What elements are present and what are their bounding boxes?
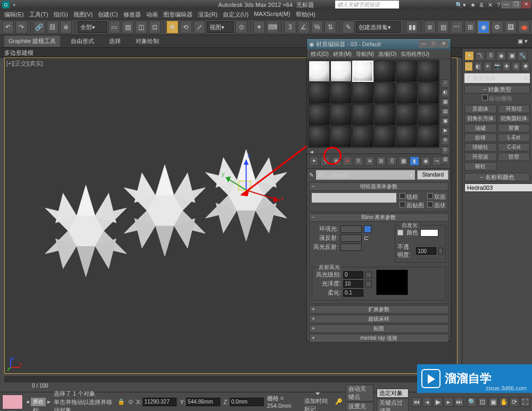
restore-button[interactable]: ❐ xyxy=(511,1,521,9)
material-slot-12[interactable] xyxy=(418,82,439,104)
material-id-button[interactable]: 0 xyxy=(387,156,397,166)
menu-modifiers[interactable]: 修改器 xyxy=(121,10,143,19)
make-preview-button[interactable]: ▶ xyxy=(441,127,450,136)
btn-gengon[interactable]: 球棱柱 xyxy=(464,143,497,152)
motion-tab[interactable]: ◉ xyxy=(496,51,506,61)
btn-capsule[interactable]: 胶囊 xyxy=(498,124,530,132)
utilities-tab[interactable]: 🔧 xyxy=(518,51,527,61)
menu-graph[interactable]: 图形编辑器 xyxy=(161,10,195,19)
keyboard-shortcut-button[interactable]: ⌨ xyxy=(267,21,278,33)
ribbon-collapse-icon[interactable]: ▣ ▾ xyxy=(518,38,528,45)
mat-map-nav-button[interactable]: ▥ xyxy=(441,156,450,164)
facet-checkbox[interactable] xyxy=(427,202,433,207)
name-color-rollout[interactable]: − 名称和颜色 xyxy=(464,173,530,181)
put-to-library-button[interactable]: ⊞ xyxy=(376,156,386,166)
menu-create[interactable]: 创建(C) xyxy=(96,10,120,19)
btn-hose[interactable]: 软管 xyxy=(498,153,530,161)
spec-level-spinner[interactable] xyxy=(343,271,363,279)
shader-rollout-header[interactable]: 明暗器基本参数 xyxy=(309,182,448,191)
material-slot-15[interactable] xyxy=(352,104,373,125)
soften-spinner[interactable] xyxy=(343,289,363,297)
render-setup-button[interactable]: ⚙ xyxy=(491,21,503,33)
selection-filter-dropdown[interactable]: 全部 ▾ xyxy=(78,21,106,33)
self-illum-color-swatch[interactable] xyxy=(420,229,438,237)
hierarchy-tab[interactable]: ♁ xyxy=(486,51,495,61)
zoom-button[interactable]: 🔍 xyxy=(467,397,477,407)
extended-params-rollout[interactable]: 扩展参数 xyxy=(309,305,448,314)
self-illum-color-checkbox[interactable] xyxy=(397,230,403,236)
redo-button[interactable]: ↷ xyxy=(15,21,27,33)
select-region-button[interactable]: ◫ xyxy=(135,21,147,33)
layers-button[interactable]: ▤ xyxy=(437,21,449,33)
opacity-spinner[interactable] xyxy=(416,247,436,255)
select-scale-button[interactable]: ⤢ xyxy=(194,21,205,33)
ref-coord-dropdown[interactable]: 视图 ▾ xyxy=(207,21,234,33)
material-slot-20[interactable] xyxy=(330,126,352,147)
btn-prism[interactable]: 棱柱 xyxy=(464,162,497,171)
btn-torusknot[interactable]: 环形结 xyxy=(498,105,530,113)
geometry-subtab[interactable]: ◯ xyxy=(464,62,473,71)
star-icon[interactable]: ★ xyxy=(470,2,476,9)
btn-oiltank[interactable]: 油罐 xyxy=(464,124,497,132)
mentalray-rollout[interactable]: mental ray 连接 xyxy=(309,334,448,342)
pan-button[interactable]: ✋ xyxy=(499,397,509,407)
menu-tools[interactable]: 工具(T) xyxy=(27,10,51,19)
play-button[interactable]: ▶ xyxy=(433,397,443,407)
key-mode-icon[interactable]: 🔑 xyxy=(335,398,343,405)
shapes-subtab[interactable]: ◐ xyxy=(474,62,483,71)
diffuse-lock-icon[interactable]: ⊏ xyxy=(364,234,369,241)
btn-chamfercyl[interactable]: 切角圆柱体 xyxy=(498,114,530,123)
hedra-1[interactable] xyxy=(45,185,127,276)
menu-views[interactable]: 视图(V) xyxy=(71,10,95,19)
material-slot-4[interactable] xyxy=(374,61,395,82)
material-slot-16[interactable] xyxy=(374,104,395,125)
btn-chamferbox[interactable]: 切角长方体 xyxy=(464,114,497,123)
percent-snap-button[interactable]: % xyxy=(311,21,323,33)
material-slot-18[interactable] xyxy=(418,104,439,125)
slot-scroll-left[interactable]: ◂ xyxy=(310,148,313,154)
material-slot-6[interactable] xyxy=(418,61,439,82)
menu-help[interactable]: 帮助(H) xyxy=(294,10,318,19)
material-slot-17[interactable] xyxy=(396,104,417,125)
me-close-button[interactable]: ✕ xyxy=(439,40,448,48)
maximize-viewport-button[interactable]: ⛶ xyxy=(520,397,530,407)
select-object-button[interactable]: ▭ xyxy=(109,21,120,33)
lock-selection-icon[interactable]: 🔒 xyxy=(118,398,125,405)
go-forward-button[interactable]: ↪ xyxy=(432,156,442,166)
btn-hedra[interactable]: 异面体 xyxy=(464,105,497,113)
put-to-scene-button[interactable]: ↘ xyxy=(320,156,330,166)
unlink-button[interactable]: ⛓ xyxy=(47,21,59,33)
make-copy-button[interactable]: ⎘ xyxy=(354,156,363,166)
select-move-button[interactable]: ✥ xyxy=(167,21,178,33)
material-name-dropdown[interactable]: 03 - Default▾ xyxy=(316,170,415,180)
hedra-2[interactable] xyxy=(124,165,205,256)
object-type-rollout[interactable]: − 对象类型 xyxy=(464,85,530,94)
btn-spindle[interactable]: 纺锤 xyxy=(464,133,497,142)
angle-snap-button[interactable]: ∠ xyxy=(298,21,310,33)
shader-dropdown[interactable]: (B)Blinn▾ xyxy=(312,193,396,203)
backlight-button[interactable]: ◐ xyxy=(441,89,450,97)
btn-ringwave[interactable]: 环形波 xyxy=(464,153,497,161)
goto-start-button[interactable]: ⏮ xyxy=(412,397,421,407)
select-rotate-button[interactable]: ⟲ xyxy=(180,21,192,33)
me-minimize-button[interactable]: — xyxy=(419,40,428,48)
select-name-button[interactable]: ▤ xyxy=(122,21,134,33)
timeline[interactable] xyxy=(4,376,458,382)
spec-level-map-button[interactable] xyxy=(365,272,372,278)
exchange-icon[interactable]: ✕ xyxy=(488,2,493,9)
search-icon[interactable]: 🔍▾ xyxy=(455,2,466,9)
help-search[interactable]: 键入关键字或短语 xyxy=(335,1,399,9)
material-slot-21[interactable] xyxy=(352,126,373,147)
material-editor-button[interactable]: ◉ xyxy=(478,21,489,33)
gloss-spinner[interactable] xyxy=(343,280,363,288)
manipulate-button[interactable]: ✦ xyxy=(253,21,265,33)
render-frame-button[interactable]: 🖼 xyxy=(505,21,517,33)
pick-material-button[interactable]: ✎ xyxy=(309,172,314,179)
video-check-button[interactable]: ▣ xyxy=(441,118,450,126)
autogrid-checkbox[interactable] xyxy=(482,95,488,100)
key-filters-button[interactable]: 关键点过滤器 xyxy=(377,398,409,412)
sign-in-icon[interactable]: & xyxy=(480,2,484,9)
next-frame-button[interactable]: ▸ xyxy=(444,397,453,407)
material-slot-9[interactable] xyxy=(352,82,373,104)
menu-customize[interactable]: 自定义(U) xyxy=(221,10,251,19)
